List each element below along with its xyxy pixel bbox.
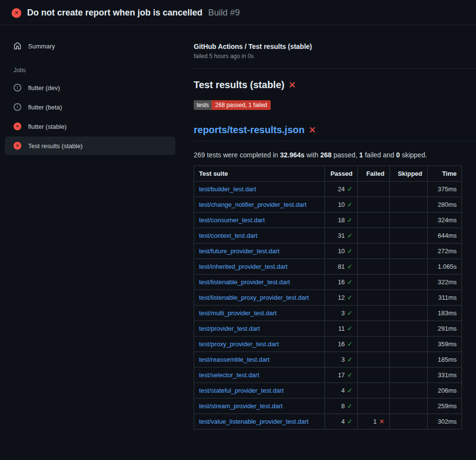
column-header-skipped: Skipped: [390, 166, 428, 182]
passed-count: 12: [338, 294, 345, 301]
passed-count: 10: [338, 247, 345, 255]
sidebar-job-item[interactable]: !flutter (dev): [5, 78, 175, 97]
skipped-cell: [390, 414, 428, 429]
test-suite-link[interactable]: test/builder_test.dart: [199, 185, 256, 193]
passed-cell: 8✓: [325, 399, 358, 414]
time-cell: 322ms: [428, 275, 462, 290]
home-icon: [14, 42, 21, 50]
check-icon: ✓: [347, 371, 353, 379]
failed-cell: [358, 337, 390, 352]
test-suite-link[interactable]: test/selector_test.dart: [199, 371, 259, 379]
sidebar-item-summary[interactable]: Summary: [5, 37, 175, 55]
test-results-table: Test suitePassedFailedSkippedTime test/b…: [194, 166, 462, 429]
check-icon: ✓: [347, 247, 353, 255]
test-suite-link[interactable]: test/listenable_provider_test.dart: [199, 278, 290, 286]
test-suite-link[interactable]: test/listenable_proxy_provider_test.dart: [199, 294, 309, 301]
failed-cell: [358, 368, 390, 383]
test-suite-link[interactable]: test/inherited_provider_test.dart: [199, 263, 288, 270]
failed-count: 1: [373, 418, 377, 425]
suite-cell: test/listenable_proxy_provider_test.dart: [194, 290, 325, 306]
passed-count: 31: [338, 232, 345, 239]
check-icon: ✓: [347, 418, 353, 425]
failed-status-icon: ✕: [14, 142, 21, 150]
skipped-cell: [390, 383, 428, 399]
report-file-link[interactable]: reports/test-results.json: [194, 124, 305, 135]
suite-cell: test/context_test.dart: [194, 228, 325, 244]
neutral-status-icon: !: [14, 84, 21, 92]
time-cell: 185ms: [428, 352, 462, 368]
sidebar-job-item[interactable]: !flutter (beta): [5, 98, 175, 116]
passed-cell: 16✓: [325, 337, 358, 352]
passed-cell: 81✓: [325, 259, 358, 275]
passed-cell: 3✓: [325, 352, 358, 368]
failed-status-icon: ✕: [14, 123, 21, 130]
neutral-status-icon: !: [14, 103, 21, 111]
check-icon: ✓: [347, 325, 353, 332]
suite-cell: test/reassemble_test.dart: [194, 352, 325, 368]
cross-icon: ✕: [379, 418, 384, 425]
column-header-test-suite: Test suite: [194, 166, 325, 182]
test-suite-link[interactable]: test/proxy_provider_test.dart: [199, 340, 279, 348]
sidebar-job-label: flutter (dev): [28, 84, 60, 92]
passed-count: 3: [341, 356, 345, 363]
check-icon: ✓: [347, 340, 353, 348]
test-suite-link[interactable]: test/change_notifier_provider_test.dart: [199, 201, 307, 208]
time-cell: 183ms: [428, 306, 462, 321]
table-row: test/future_provider_test.dart10✓272ms: [194, 244, 462, 259]
passed-count: 17: [338, 371, 345, 379]
failed-cell: [358, 182, 390, 197]
suite-cell: test/listenable_provider_test.dart: [194, 275, 325, 290]
failed-cell: 1✕: [358, 414, 390, 429]
suite-cell: test/inherited_provider_test.dart: [194, 259, 325, 275]
jobs-section-label: Jobs: [5, 67, 175, 74]
column-header-time: Time: [428, 166, 462, 182]
run-title: Do not create report when job is cancell…: [27, 8, 202, 18]
build-number: Build #9: [208, 8, 240, 18]
passed-count: 24: [338, 185, 345, 193]
test-suite-link[interactable]: test/multi_provider_test.dart: [199, 309, 276, 317]
sidebar-job-item[interactable]: ✕flutter (stable): [5, 117, 175, 136]
time-cell: 280ms: [428, 197, 462, 213]
time-cell: 644ms: [428, 228, 462, 244]
skipped-cell: [390, 321, 428, 337]
sidebar-job-item[interactable]: ✕Test results (stable): [5, 137, 175, 155]
suite-cell: test/proxy_provider_test.dart: [194, 337, 325, 352]
passed-cell: 4✓: [325, 414, 358, 429]
skipped-cell: [390, 213, 428, 228]
suite-cell: test/selector_test.dart: [194, 368, 325, 383]
column-header-passed: Passed: [325, 166, 358, 182]
test-suite-link[interactable]: test/context_test.dart: [199, 232, 258, 239]
test-suite-link[interactable]: test/provider_test.dart: [199, 325, 260, 332]
test-suite-link[interactable]: test/consumer_test.dart: [199, 216, 265, 224]
table-header-row: Test suitePassedFailedSkippedTime: [194, 166, 462, 182]
test-suite-link[interactable]: test/stateful_provider_test.dart: [199, 387, 284, 394]
table-row: test/inherited_provider_test.dart81✓1.06…: [194, 259, 462, 275]
table-row: test/change_notifier_provider_test.dart1…: [194, 197, 462, 213]
run-failed-status-icon: ✕: [12, 8, 21, 18]
check-icon: ✓: [347, 356, 353, 363]
check-icon: ✓: [347, 387, 353, 394]
passed-cell: 24✓: [325, 182, 358, 197]
table-row: test/builder_test.dart24✓375ms: [194, 182, 462, 197]
run-status-text: failed 5 hours ago in 0s: [194, 53, 476, 60]
time-cell: 206ms: [428, 383, 462, 399]
check-icon: ✓: [347, 201, 353, 208]
passed-cell: 3✓: [325, 306, 358, 321]
passed-count: 4: [341, 418, 345, 425]
jobs-list: !flutter (dev)!flutter (beta)✕flutter (s…: [5, 78, 175, 155]
test-suite-link[interactable]: test/reassemble_test.dart: [199, 356, 270, 363]
time-cell: 324ms: [428, 213, 462, 228]
failed-cell: [358, 228, 390, 244]
suite-cell: test/multi_provider_test.dart: [194, 306, 325, 321]
test-suite-link[interactable]: test/future_provider_test.dart: [199, 247, 279, 255]
badge-value: 268 passed, 1 failed: [212, 100, 270, 110]
time-cell: 359ms: [428, 337, 462, 352]
failed-cell: [358, 275, 390, 290]
passed-cell: 10✓: [325, 244, 358, 259]
test-suite-link[interactable]: test/stream_provider_test.dart: [199, 402, 283, 410]
check-icon: ✓: [347, 294, 353, 301]
check-icon: ✓: [347, 232, 353, 239]
sidebar-job-label: flutter (beta): [28, 104, 62, 111]
test-suite-link[interactable]: test/value_listenable_provider_test.dart: [199, 418, 308, 425]
passed-count: 10: [338, 201, 345, 208]
